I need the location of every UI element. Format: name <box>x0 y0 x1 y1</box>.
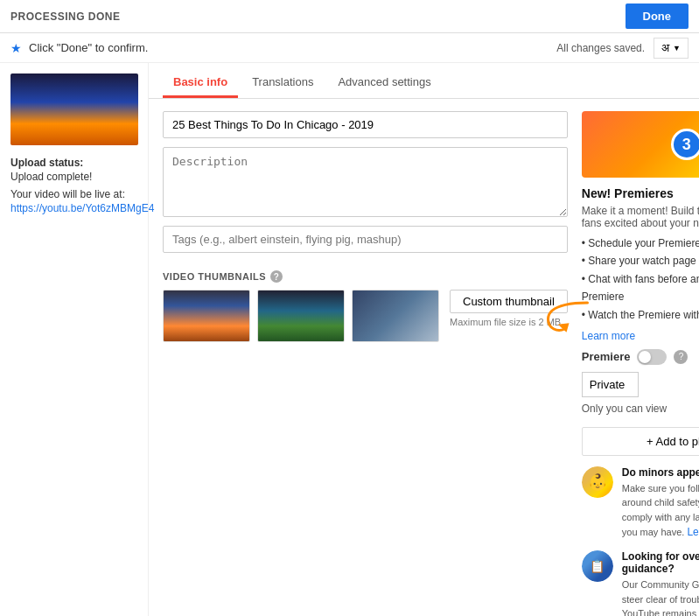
changes-saved-text: All changes saved. <box>556 42 645 54</box>
advisory-body-content: Our Community Guidelines help you steer … <box>622 578 699 616</box>
thumbnails-label: VIDEO THUMBNAILS ? <box>163 270 568 283</box>
premiere-label: Premiere <box>582 350 631 363</box>
advisory-title-content: Looking for overall content guidance? <box>622 550 699 575</box>
toggle-knob <box>639 351 651 363</box>
advisory-text-content: Looking for overall content guidance? Ou… <box>622 550 699 616</box>
orange-arrow-annotation <box>542 298 594 333</box>
content-area: Basic info Translations Advanced setting… <box>149 63 699 616</box>
thumbnail-3[interactable] <box>352 290 439 342</box>
sub-bar: ★ Click "Done" to confirm. All changes s… <box>0 33 699 63</box>
main-layout: Upload status: Upload complete! Your vid… <box>0 63 699 616</box>
tags-input[interactable] <box>163 226 568 253</box>
thumbnail-1[interactable] <box>163 290 250 342</box>
title-input[interactable] <box>163 111 568 138</box>
new-premieres-title: New! Premieres <box>582 186 699 200</box>
tab-translations[interactable]: Translations <box>241 66 324 98</box>
lang-label: अ <box>661 41 669 55</box>
upload-status-section: Upload status: Upload complete! Your vid… <box>10 156 137 214</box>
video-link[interactable]: https://youtu.be/Yot6zMBMgE4 <box>10 202 137 214</box>
left-sidebar: Upload status: Upload complete! Your vid… <box>0 63 149 616</box>
advisory-1-learn-more[interactable]: Learn more <box>687 526 699 538</box>
advisory-icon-minors: 👶 <box>582 466 613 498</box>
tab-advanced-settings[interactable]: Advanced settings <box>327 66 441 98</box>
advisory-text-minors: Do minors appear in this video? Make sur… <box>622 466 699 541</box>
star-icon: ★ <box>10 41 22 55</box>
description-textarea[interactable] <box>163 147 568 217</box>
top-bar: PROCESSING DONE Done <box>0 0 699 33</box>
processing-label: PROCESSING DONE <box>10 10 626 23</box>
visibility-select[interactable]: Private Unlisted Public <box>582 372 639 397</box>
cityscape-image <box>10 74 138 145</box>
visibility-actions: Only you can view Share <box>582 397 699 420</box>
video-live-text: Your video will be live at: <box>10 188 137 200</box>
tab-basic-info[interactable]: Basic info <box>163 66 238 98</box>
instruction-text: Click "Done" to confirm. <box>29 41 556 54</box>
premiere-row: Premiere ? <box>582 349 699 365</box>
advisory-title-minors: Do minors appear in this video? <box>622 466 699 479</box>
upload-complete-text: Upload complete! <box>10 171 137 183</box>
premiere-banner: 3 <box>582 111 699 178</box>
right-panel: 3 New! Premieres Make it a moment! Build… <box>582 111 699 616</box>
chevron-down-icon: ▼ <box>673 44 681 52</box>
thumbnails-section: VIDEO THUMBNAILS ? <box>163 270 568 342</box>
advisory-icon-content: 📋 <box>582 550 613 582</box>
premiere-bullets: • Schedule your Premiere • Share your wa… <box>582 234 699 324</box>
tabs-bar: Basic info Translations Advanced setting… <box>149 66 699 99</box>
advisory-card-minors: 👶 Do minors appear in this video? Make s… <box>582 466 699 541</box>
two-col-content: VIDEO THUMBNAILS ? <box>149 99 699 616</box>
add-playlist-button[interactable]: + Add to playlist <box>582 427 699 456</box>
thumbnails-row: Custom thumbnail Maximum file size is 2 … <box>163 290 568 342</box>
premiere-number: 3 <box>671 129 699 160</box>
only-you-text: Only you can view <box>582 402 667 415</box>
premiere-toggle[interactable] <box>637 349 667 365</box>
premiere-help-icon[interactable]: ? <box>674 350 688 364</box>
language-button[interactable]: अ ▼ <box>654 38 689 59</box>
upload-status-label: Upload status: <box>10 157 83 169</box>
advisory-body-minors: Make sure you follow our policies around… <box>622 481 699 541</box>
done-button[interactable]: Done <box>626 4 689 29</box>
custom-thumb-area: Custom thumbnail Maximum file size is 2 … <box>450 290 568 327</box>
video-thumbnail-main <box>10 74 138 145</box>
thumbnail-2[interactable] <box>257 290 345 342</box>
advisory-card-content: 📋 Looking for overall content guidance? … <box>582 550 699 616</box>
visibility-select-wrapper: Private Unlisted Public ▼ <box>582 372 699 397</box>
thumbnails-help-icon[interactable]: ? <box>270 270 283 283</box>
premiere-subtitle: Make it a moment! Build the hype and get… <box>582 205 699 229</box>
form-column: VIDEO THUMBNAILS ? <box>163 111 568 616</box>
